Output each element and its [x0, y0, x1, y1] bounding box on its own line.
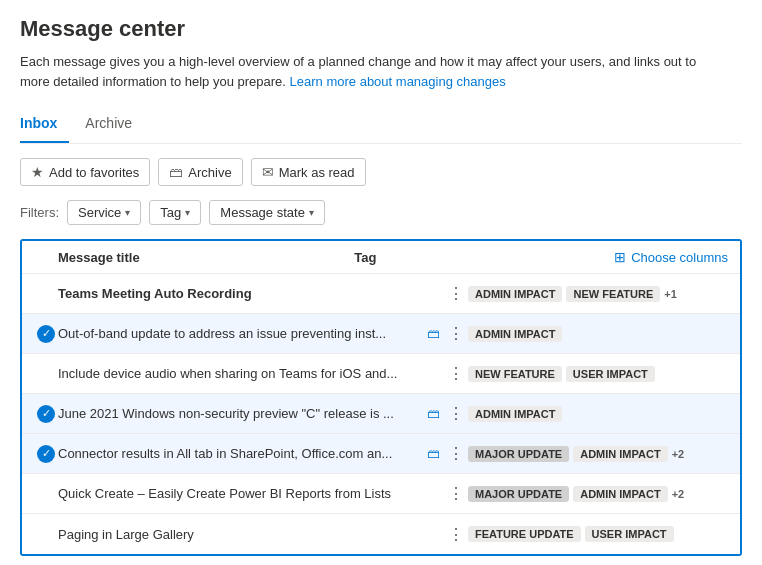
tag-badge: NEW FEATURE	[468, 366, 562, 382]
row-tags: FEATURE UPDATEUSER IMPACT	[468, 526, 728, 542]
tag-badge: ADMIN IMPACT	[468, 406, 562, 422]
mark-read-label: Mark as read	[279, 165, 355, 180]
row-message-title: Connector results in All tab in SharePoi…	[58, 446, 422, 461]
message-table: Message title Tag ⊞ Choose columns Teams…	[20, 239, 742, 556]
choose-columns-button[interactable]: ⊞ Choose columns	[614, 249, 728, 265]
filter-message-state-label: Message state	[220, 205, 305, 220]
tag-badge: USER IMPACT	[566, 366, 655, 382]
table-row[interactable]: ✓Connector results in All tab in SharePo…	[22, 434, 740, 474]
checked-icon: ✓	[37, 445, 55, 463]
tag-badge: MAJOR UPDATE	[468, 446, 569, 462]
page-title: Message center	[20, 16, 742, 42]
row-archive-icon: 🗃	[422, 446, 444, 461]
mark-read-button[interactable]: ✉ Mark as read	[251, 158, 366, 186]
row-check-indicator: ✓	[34, 445, 58, 463]
tabs-row: Inbox Archive	[20, 107, 742, 144]
tag-badge: MAJOR UPDATE	[468, 486, 569, 502]
learn-more-link[interactable]: Learn more about managing changes	[290, 74, 506, 89]
row-message-title: Include device audio when sharing on Tea…	[58, 366, 422, 381]
tag-badge: FEATURE UPDATE	[468, 526, 581, 542]
filter-service[interactable]: Service ▾	[67, 200, 141, 225]
row-tags: MAJOR UPDATEADMIN IMPACT+2	[468, 486, 728, 502]
chevron-down-icon: ▾	[125, 207, 130, 218]
row-more-options-icon[interactable]: ⋮	[444, 364, 468, 383]
row-more-options-icon[interactable]: ⋮	[444, 324, 468, 343]
filters-row: Filters: Service ▾ Tag ▾ Message state ▾	[20, 200, 742, 225]
tab-archive[interactable]: Archive	[85, 107, 144, 143]
choose-columns-label: Choose columns	[631, 250, 728, 265]
grid-columns-icon: ⊞	[614, 249, 626, 265]
row-archive-icon: 🗃	[422, 326, 444, 341]
tag-extra-count: +1	[664, 288, 677, 300]
tag-badge: USER IMPACT	[585, 526, 674, 542]
tag-badge: ADMIN IMPACT	[573, 446, 667, 462]
envelope-icon: ✉	[262, 164, 274, 180]
archive-label: Archive	[188, 165, 231, 180]
page-description: Each message gives you a high-level over…	[20, 52, 720, 91]
table-header-row: Message title Tag ⊞ Choose columns	[22, 241, 740, 274]
filter-message-state[interactable]: Message state ▾	[209, 200, 325, 225]
checked-icon: ✓	[37, 405, 55, 423]
row-check-indicator: ✓	[34, 405, 58, 423]
chevron-down-icon: ▾	[185, 207, 190, 218]
table-row[interactable]: Include device audio when sharing on Tea…	[22, 354, 740, 394]
filters-label: Filters:	[20, 205, 59, 220]
tag-badge: ADMIN IMPACT	[468, 326, 562, 342]
row-message-title: Quick Create – Easily Create Power BI Re…	[58, 486, 422, 501]
row-archive-icon: 🗃	[422, 406, 444, 421]
archive-icon: 🗃	[169, 164, 183, 180]
row-tags: ADMIN IMPACTNEW FEATURE+1	[468, 286, 728, 302]
tag-extra-count: +2	[672, 448, 685, 460]
table-row[interactable]: ✓Out-of-band update to address an issue …	[22, 314, 740, 354]
row-message-title: June 2021 Windows non-security preview "…	[58, 406, 422, 421]
row-check-indicator: ✓	[34, 325, 58, 343]
row-tags: NEW FEATUREUSER IMPACT	[468, 366, 728, 382]
row-more-options-icon[interactable]: ⋮	[444, 525, 468, 544]
archive-button[interactable]: 🗃 Archive	[158, 158, 242, 186]
tag-extra-count: +2	[672, 488, 685, 500]
table-row[interactable]: Quick Create – Easily Create Power BI Re…	[22, 474, 740, 514]
tag-badge: ADMIN IMPACT	[573, 486, 667, 502]
table-body: Teams Meeting Auto Recording⋮ADMIN IMPAC…	[22, 274, 740, 554]
row-tags: MAJOR UPDATEADMIN IMPACT+2	[468, 446, 728, 462]
add-to-favorites-button[interactable]: ★ Add to favorites	[20, 158, 150, 186]
tab-inbox[interactable]: Inbox	[20, 107, 69, 143]
chevron-down-icon: ▾	[309, 207, 314, 218]
filter-tag-label: Tag	[160, 205, 181, 220]
row-message-title: Out-of-band update to address an issue p…	[58, 326, 422, 341]
table-row[interactable]: ✓June 2021 Windows non-security preview …	[22, 394, 740, 434]
filter-service-label: Service	[78, 205, 121, 220]
col-tag: Tag	[354, 250, 614, 265]
filter-tag[interactable]: Tag ▾	[149, 200, 201, 225]
checked-icon: ✓	[37, 325, 55, 343]
row-more-options-icon[interactable]: ⋮	[444, 484, 468, 503]
tag-badge: NEW FEATURE	[566, 286, 660, 302]
tag-badge: ADMIN IMPACT	[468, 286, 562, 302]
row-more-options-icon[interactable]: ⋮	[444, 284, 468, 303]
toolbar: ★ Add to favorites 🗃 Archive ✉ Mark as r…	[20, 158, 742, 186]
row-more-options-icon[interactable]: ⋮	[444, 404, 468, 423]
add-favorites-label: Add to favorites	[49, 165, 139, 180]
col-message-title: Message title	[58, 250, 354, 265]
row-message-title: Teams Meeting Auto Recording	[58, 286, 422, 301]
table-row[interactable]: Paging in Large Gallery⋮FEATURE UPDATEUS…	[22, 514, 740, 554]
table-row[interactable]: Teams Meeting Auto Recording⋮ADMIN IMPAC…	[22, 274, 740, 314]
row-tags: ADMIN IMPACT	[468, 406, 728, 422]
row-tags: ADMIN IMPACT	[468, 326, 728, 342]
star-icon: ★	[31, 164, 44, 180]
row-more-options-icon[interactable]: ⋮	[444, 444, 468, 463]
row-message-title: Paging in Large Gallery	[58, 527, 422, 542]
